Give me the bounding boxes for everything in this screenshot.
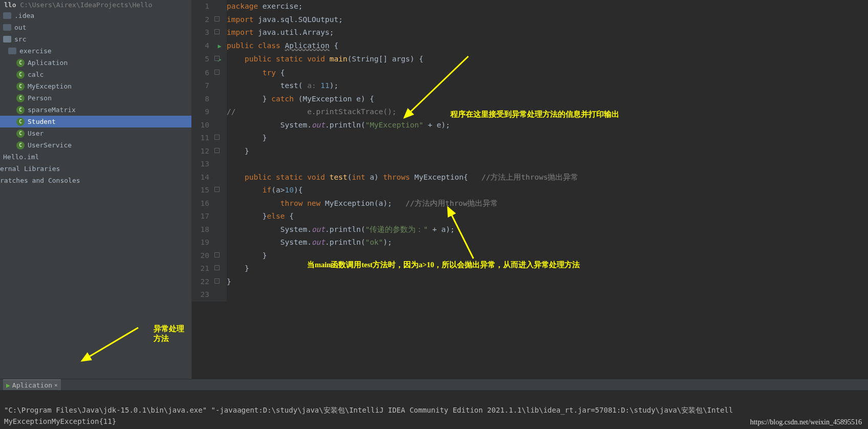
code-line[interactable]: 1package exercise; [192,0,868,13]
code-text[interactable]: } [227,145,868,158]
tree-item-sparsematrix[interactable]: CsparseMatrix [0,104,191,116]
tree-item-ernal-libraries[interactable]: ernal Libraries [0,163,191,175]
gutter[interactable] [212,158,227,171]
gutter[interactable]: ▶ [212,39,227,53]
code-text[interactable]: import java.util.Arrays; [227,26,868,39]
code-line[interactable]: 16 throw new MyException(a); //方法内用throw… [192,197,868,210]
gutter[interactable]: － [212,26,227,39]
tree-item-label: Hello.iml [3,153,39,161]
gutter[interactable]: ▶－ [212,53,227,67]
tree-item-aplication[interactable]: CAplication [0,57,191,69]
tree-item-hello-iml[interactable]: Hello.iml [0,151,191,163]
tree-item-ratches-and-consoles[interactable]: ratches and Consoles [0,175,191,186]
code-line[interactable]: 15－ if(a>10){ [192,184,868,197]
code-text[interactable]: if(a>10){ [227,184,868,197]
code-line[interactable]: 22－} [192,275,868,289]
code-text[interactable] [227,288,868,302]
code-text[interactable]: try { [227,67,868,80]
code-line[interactable]: 10 System.out.println("MyException" + e)… [192,119,868,132]
code-line[interactable]: 7 test( a: 11); [192,79,868,93]
tree-item-calc[interactable]: Ccalc [0,69,191,80]
gutter[interactable]: － [212,132,227,145]
tree-item-user[interactable]: CUser [0,127,191,139]
code-text[interactable] [227,158,868,171]
run-tab-label: Aplication [12,381,52,389]
tree-item-userservice[interactable]: CUserService [0,139,191,151]
code-text[interactable]: } catch (MyException e) { [227,93,868,106]
class-icon: C [16,106,25,114]
svg-line-0 [82,328,138,361]
code-line[interactable]: 11－ } [192,132,868,145]
code-text[interactable]: } [227,275,868,289]
tree-item-exercise[interactable]: exercise [0,45,191,57]
code-line[interactable]: 3－import java.util.Arrays; [192,26,868,39]
code-text[interactable]: package exercise; [227,0,868,13]
line-number: 20 [192,249,212,263]
code-line[interactable]: 2－import java.sql.SQLOutput; [192,13,868,27]
tree-item-label: User [28,130,44,137]
folder-icon [3,12,11,19]
code-line[interactable]: 13 [192,158,868,171]
gutter[interactable] [212,93,227,106]
code-text[interactable]: public static void test(int a) throws My… [227,171,868,184]
gutter[interactable]: － [212,145,227,158]
tree-item-student[interactable]: CStudent [0,116,191,127]
line-number: 2 [192,13,212,27]
gutter[interactable]: － [212,13,227,27]
tree-item--idea[interactable]: .idea [0,10,191,22]
gutter[interactable] [212,197,227,210]
run-tab-aplication[interactable]: ▶ Aplication × [3,379,61,390]
gutter[interactable]: － [212,67,227,80]
gutter[interactable] [212,171,227,184]
code-line[interactable]: 18 System.out.println("传递的参数为：" + a); [192,223,868,237]
gutter[interactable]: － [212,275,227,289]
code-text[interactable]: throw new MyException(a); //方法内用throw抛出异… [227,197,868,210]
code-line[interactable]: 5▶－ public static void main(String[] arg… [192,53,868,67]
code-line[interactable]: 19 System.out.println("ok"); [192,236,868,249]
gutter[interactable]: － [212,249,227,263]
code-line[interactable]: 8 } catch (MyException e) { [192,93,868,106]
tree-item-out[interactable]: out [0,22,191,33]
gutter[interactable] [212,210,227,223]
gutter[interactable] [212,236,227,249]
code-text[interactable]: System.out.println("传递的参数为：" + a); [227,223,868,237]
gutter[interactable] [212,119,227,132]
tree-item-label: out [14,24,26,31]
breadcrumb: llo C:\Users\Airex\IdeaProjects\Hello [0,0,191,10]
code-editor[interactable]: 1package exercise;2－import java.sql.SQLO… [192,0,868,379]
code-line[interactable]: 23 [192,288,868,302]
run-icon: ▶ [6,381,10,389]
run-gutter-icon[interactable]: ▶ [218,42,221,50]
project-tree[interactable]: llo C:\Users\Airex\IdeaProjects\Hello .i… [0,0,192,379]
tree-item-myexception[interactable]: CMyException [0,80,191,92]
code-text[interactable]: public class Aplication { [227,39,868,53]
gutter[interactable]: － [212,184,227,197]
line-number: 14 [192,171,212,184]
code-line[interactable]: 12－ } [192,145,868,158]
code-line[interactable]: 17 }else { [192,210,868,223]
code-text[interactable]: import java.sql.SQLOutput; [227,13,868,27]
gutter[interactable]: － [212,262,227,275]
code-line[interactable]: 14 public static void test(int a) throws… [192,171,868,184]
code-text[interactable]: System.out.println("ok"); [227,236,868,249]
arrow-to-tab [77,325,143,366]
tree-item-person[interactable]: CPerson [0,92,191,104]
code-line[interactable]: 4▶public class Aplication { [192,39,868,53]
tree-item-label: calc [28,71,44,78]
code-line[interactable]: 6－ try { [192,67,868,80]
code-text[interactable]: public static void main(String[] args) { [227,53,868,67]
class-icon: C [16,118,25,126]
close-icon[interactable]: × [54,382,58,389]
gutter[interactable] [212,223,227,237]
run-console[interactable]: "C:\Program Files\Java\jdk-15.0.1\bin\ja… [0,390,868,429]
gutter[interactable] [212,0,227,13]
gutter[interactable] [212,288,227,302]
gutter[interactable] [212,79,227,93]
gutter[interactable] [212,105,227,119]
code-text[interactable]: System.out.println("MyException" + e); [227,119,868,132]
code-text[interactable]: }else { [227,210,868,223]
code-text[interactable]: } [227,132,868,145]
run-tab-bar[interactable]: ▶ Aplication × [0,379,868,390]
tree-item-src[interactable]: src [0,33,191,45]
code-text[interactable]: test( a: 11); [227,79,868,93]
